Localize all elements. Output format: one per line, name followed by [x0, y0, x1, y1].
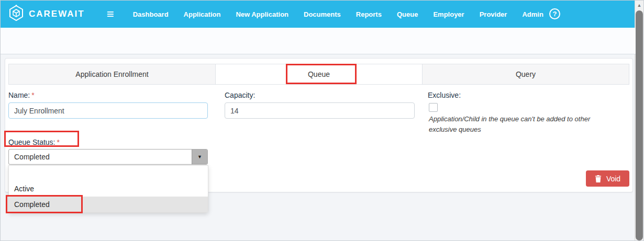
caret-down-icon[interactable]: ▼: [192, 150, 207, 164]
dropdown-option-active[interactable]: Active: [9, 181, 208, 197]
queue-status-select[interactable]: Completed ▼: [8, 149, 208, 165]
tab-query[interactable]: Query: [422, 64, 629, 84]
top-navbar: CAREWAIT ≡ Dashboard Application New App…: [1, 1, 636, 28]
capacity-label: Capacity:: [225, 91, 255, 99]
nav-item-reports[interactable]: Reports: [356, 10, 382, 18]
dropdown-option-completed[interactable]: Completed: [9, 197, 208, 212]
tab-queue[interactable]: Queue: [215, 64, 422, 84]
nav-item-new-application[interactable]: New Application: [236, 10, 288, 18]
carewait-logo-icon: [8, 5, 25, 24]
nav-item-application[interactable]: Application: [184, 10, 221, 18]
trash-icon: [595, 175, 602, 182]
help-icon[interactable]: ?: [549, 8, 560, 19]
nav-hamburger-icon[interactable]: ≡: [107, 8, 114, 20]
page-header: ❮ Name: July Enrollment Status: Complete…: [1, 28, 636, 54]
scrollbar-thumb[interactable]: [636, 10, 643, 240]
app-window: CAREWAIT ≡ Dashboard Application New App…: [0, 0, 644, 241]
nav-item-queue[interactable]: Queue: [397, 10, 418, 18]
queue-detail-card: Application Enrollment Queue Query Name:…: [5, 58, 633, 192]
nav-item-dashboard[interactable]: Dashboard: [133, 10, 169, 18]
nav-item-admin[interactable]: Admin: [522, 10, 543, 18]
exclusive-checkbox[interactable]: [429, 103, 438, 112]
scrollbar-track[interactable]: ▲: [635, 1, 643, 241]
exclusive-label: Exclusive:: [428, 91, 461, 99]
dropdown-option-blank[interactable]: [9, 166, 208, 181]
name-label: Name:*: [8, 91, 35, 99]
tab-bar: Application Enrollment Queue Query: [8, 64, 629, 85]
capacity-input[interactable]: [225, 102, 415, 119]
void-button[interactable]: Void: [586, 170, 629, 187]
nav-items: Dashboard Application New Application Do…: [133, 10, 543, 18]
queue-status-dropdown: Active Completed: [8, 165, 208, 213]
name-input[interactable]: [8, 102, 208, 119]
scroll-up-icon[interactable]: ▲: [635, 3, 643, 8]
nav-item-employer[interactable]: Employer: [433, 10, 464, 18]
queue-status-label: Queue Status:*: [8, 138, 60, 146]
brand-name: CAREWAIT: [29, 9, 85, 19]
brand[interactable]: CAREWAIT: [8, 5, 85, 24]
exclusive-note: Application/Child in the queue can't be …: [429, 114, 618, 134]
tab-application-enrollment[interactable]: Application Enrollment: [9, 64, 215, 84]
queue-status-selected-value: Completed: [14, 153, 50, 161]
nav-item-provider[interactable]: Provider: [480, 10, 507, 18]
nav-item-documents[interactable]: Documents: [304, 10, 341, 18]
